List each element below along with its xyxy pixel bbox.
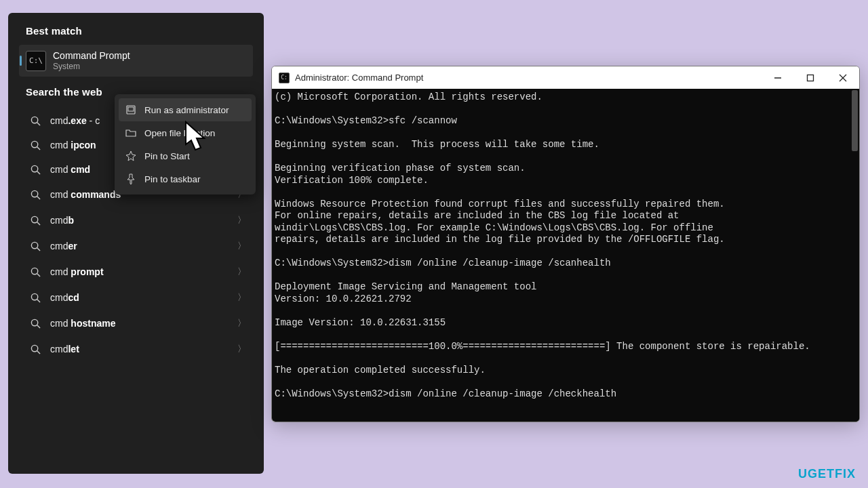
svg-point-18 xyxy=(31,345,37,351)
web-result[interactable]: cmdlet〉 xyxy=(16,336,256,362)
svg-line-19 xyxy=(37,350,39,353)
context-open-file-location[interactable]: Open file location xyxy=(119,121,252,144)
svg-rect-21 xyxy=(128,107,134,111)
maximize-button[interactable] xyxy=(794,66,827,89)
search-icon xyxy=(30,215,41,226)
context-run-as-admin[interactable]: Run as administrator xyxy=(119,98,252,121)
svg-line-17 xyxy=(37,325,39,327)
svg-point-0 xyxy=(31,117,37,123)
search-icon xyxy=(30,140,41,150)
svg-line-13 xyxy=(37,273,39,276)
context-pin-to-taskbar[interactable]: Pin to taskbar xyxy=(119,167,252,190)
command-prompt-icon: C:\ xyxy=(26,51,46,71)
svg-line-5 xyxy=(37,171,39,174)
search-icon xyxy=(30,164,41,175)
svg-line-9 xyxy=(37,222,39,224)
web-result-text: cmder xyxy=(50,241,77,251)
svg-line-3 xyxy=(37,146,39,149)
best-match-title: Command Prompt xyxy=(53,50,130,61)
svg-point-16 xyxy=(31,319,37,325)
chevron-right-icon: 〉 xyxy=(237,240,246,252)
web-result[interactable]: cmd prompt〉 xyxy=(16,259,256,285)
web-result[interactable]: cmdb〉 xyxy=(16,207,256,233)
search-icon xyxy=(30,189,41,200)
svg-point-4 xyxy=(31,165,37,171)
web-result[interactable]: cmder〉 xyxy=(16,233,256,259)
web-result-text: cmd commands xyxy=(50,189,121,200)
window-app-icon: C: xyxy=(279,73,290,83)
search-icon xyxy=(30,241,41,251)
pin-icon xyxy=(125,174,136,184)
minimize-button[interactable] xyxy=(762,66,794,89)
svg-point-10 xyxy=(31,242,37,248)
chevron-right-icon: 〉 xyxy=(237,214,246,226)
svg-point-14 xyxy=(31,293,37,300)
command-prompt-window: C: Administrator: Command Prompt (c) Mic… xyxy=(271,66,860,422)
web-result[interactable]: cmd hostname〉 xyxy=(16,310,256,336)
web-result-text: cmdcd xyxy=(50,292,79,303)
pin-icon xyxy=(125,150,136,161)
web-result-text: cmd ipcon xyxy=(50,140,96,150)
titlebar[interactable]: C: Administrator: Command Prompt xyxy=(272,66,859,89)
window-title: Administrator: Command Prompt xyxy=(295,73,423,83)
svg-line-15 xyxy=(37,299,39,302)
search-icon xyxy=(30,115,41,126)
start-search-panel: Best match C:\ Command Prompt System Sea… xyxy=(8,13,264,474)
web-result-text: cmdlet xyxy=(50,344,79,354)
search-icon xyxy=(30,266,41,277)
svg-point-8 xyxy=(31,216,37,222)
terminal-output[interactable]: (c) Microsoft Corporation. All rights re… xyxy=(272,89,859,422)
web-result-text: cmd hostname xyxy=(50,318,115,329)
web-result-text: cmd cmd xyxy=(50,164,90,175)
context-menu: Run as administrator Open file location … xyxy=(115,94,256,195)
context-item-label: Open file location xyxy=(144,128,215,138)
web-result-text: cmd.exe - c xyxy=(50,115,100,126)
svg-point-2 xyxy=(31,141,37,147)
chevron-right-icon: 〉 xyxy=(237,317,246,329)
web-result[interactable]: cmdcd〉 xyxy=(16,285,256,310)
context-pin-to-start[interactable]: Pin to Start xyxy=(119,144,252,167)
svg-line-11 xyxy=(37,247,39,250)
svg-point-12 xyxy=(31,268,37,274)
chevron-right-icon: 〉 xyxy=(237,291,246,304)
shield-icon xyxy=(125,104,136,115)
context-item-label: Pin to taskbar xyxy=(144,174,201,184)
best-match-result[interactable]: C:\ Command Prompt System xyxy=(19,45,253,77)
svg-line-1 xyxy=(37,122,39,125)
context-item-label: Run as administrator xyxy=(144,105,229,115)
watermark-logo: UGETFIX xyxy=(798,467,856,481)
scrollbar-thumb[interactable] xyxy=(852,90,858,151)
terminal-scrollbar[interactable] xyxy=(850,89,859,422)
web-result-text: cmd prompt xyxy=(50,266,104,277)
svg-line-7 xyxy=(37,196,39,199)
best-match-heading: Best match xyxy=(16,21,256,45)
search-icon xyxy=(30,318,41,329)
search-icon xyxy=(30,344,41,354)
close-button[interactable] xyxy=(827,66,859,89)
context-item-label: Pin to Start xyxy=(144,151,190,161)
chevron-right-icon: 〉 xyxy=(237,343,246,355)
chevron-right-icon: 〉 xyxy=(237,266,246,278)
web-result-text: cmdb xyxy=(50,215,74,226)
svg-point-6 xyxy=(31,190,37,197)
folder-icon xyxy=(125,127,136,138)
svg-rect-23 xyxy=(808,75,814,81)
search-icon xyxy=(30,292,41,303)
best-match-subtitle: System xyxy=(53,62,130,71)
